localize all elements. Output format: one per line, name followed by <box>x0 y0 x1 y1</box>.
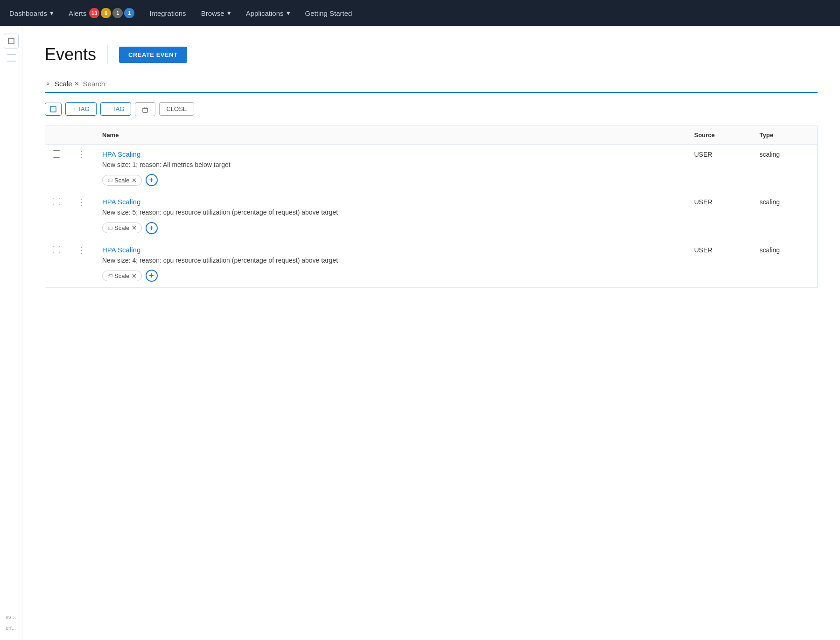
event-source: USER <box>694 245 713 254</box>
event-source: USER <box>694 197 713 206</box>
event-description: New size: 5; reason: cpu resource utiliz… <box>102 208 679 217</box>
main-content: Events CREATE EVENT ⚬ Scale ✕ + TAG − TA… <box>22 26 840 640</box>
row-checkbox-cell <box>45 192 68 240</box>
chevron-down-icon: ▾ <box>50 9 54 17</box>
table-row: ⋮ HPA Scaling New size: 4; reason: cpu r… <box>45 240 818 288</box>
badge-critical: 13 <box>89 8 99 18</box>
chevron-down-icon: ▾ <box>287 9 290 17</box>
svg-rect-2 <box>143 108 147 112</box>
col-header-name: Name <box>95 125 687 144</box>
create-event-button[interactable]: CREATE EVENT <box>119 47 187 63</box>
tag-icon: 🏷 <box>107 225 112 231</box>
layout: ust... erf... Events CREATE EVENT ⚬ Scal… <box>0 26 840 640</box>
event-type: scaling <box>760 245 780 254</box>
nav-alerts[interactable]: Alerts 13 9 1 1 <box>69 8 134 18</box>
row-name-cell: HPA Scaling New size: 4; reason: cpu res… <box>95 240 687 288</box>
sidebar-icon-box[interactable] <box>4 34 19 49</box>
sidebar-bottom-item-2[interactable]: erf... <box>4 623 18 633</box>
add-tag-icon[interactable]: + <box>146 222 158 234</box>
delete-button[interactable] <box>135 102 155 116</box>
event-description: New size: 4; reason: cpu resource utiliz… <box>102 256 679 265</box>
badge-unknown: 1 <box>112 8 123 18</box>
tag-remove-icon[interactable]: ✕ <box>132 272 137 279</box>
event-name-link[interactable]: HPA Scaling <box>102 150 140 158</box>
event-tags: 🏷 Scale ✕ + <box>102 174 679 186</box>
row-menu-cell: ⋮ <box>68 240 95 288</box>
tag-pill: 🏷 Scale ✕ <box>102 175 142 186</box>
row-type-cell: scaling <box>752 144 818 192</box>
page-header: Events CREATE EVENT <box>45 45 818 64</box>
badge-info: 1 <box>124 8 134 18</box>
tag-pill: 🏷 Scale ✕ <box>102 271 142 281</box>
tag-remove-icon[interactable]: ✕ <box>132 177 137 184</box>
row-source-cell: USER <box>687 144 752 192</box>
event-description: New size: 1; reason: All metrics below t… <box>102 160 679 170</box>
tag-icon: 🏷 <box>107 273 112 278</box>
event-tags: 🏷 Scale ✕ + <box>102 222 679 234</box>
badge-warning: 9 <box>101 8 111 18</box>
event-name-link[interactable]: HPA Scaling <box>102 198 140 206</box>
event-type: scaling <box>760 197 780 206</box>
svg-rect-1 <box>50 106 56 112</box>
row-name-cell: HPA Scaling New size: 5; reason: cpu res… <box>95 192 687 240</box>
nav-browse[interactable]: Browse ▾ <box>201 9 231 17</box>
row-name-cell: HPA Scaling New size: 1; reason: All met… <box>95 144 687 192</box>
add-tag-button[interactable]: + TAG <box>65 102 97 116</box>
tag-remove-icon[interactable]: ✕ <box>132 224 137 231</box>
col-header-type: Type <box>752 125 818 144</box>
navbar: Dashboards ▾ Alerts 13 9 1 1 Integration… <box>0 0 840 26</box>
event-tags: 🏷 Scale ✕ + <box>102 270 679 282</box>
row-menu-cell: ⋮ <box>68 192 95 240</box>
nav-applications[interactable]: Applications ▾ <box>246 9 290 17</box>
sidebar-bottom: ust... erf... <box>0 612 22 633</box>
row-source-cell: USER <box>687 240 752 288</box>
row-menu-icon[interactable]: ⋮ <box>75 244 87 256</box>
search-filter-tag: Scale ✕ <box>55 80 79 88</box>
svg-rect-0 <box>8 38 14 44</box>
toolbar: + TAG − TAG CLOSE <box>45 102 818 116</box>
close-button[interactable]: CLOSE <box>159 102 194 116</box>
sidebar-bottom-item-1[interactable]: ust... <box>4 612 18 621</box>
event-name-link[interactable]: HPA Scaling <box>102 246 140 254</box>
header-divider <box>107 45 108 64</box>
alert-badges: 13 9 1 1 <box>89 8 134 18</box>
tag-icon: 🏷 <box>107 177 112 183</box>
tag-pill: 🏷 Scale ✕ <box>102 223 142 233</box>
table-row: ⋮ HPA Scaling New size: 1; reason: All m… <box>45 144 818 192</box>
nav-integrations[interactable]: Integrations <box>149 9 186 17</box>
search-bar: ⚬ Scale ✕ <box>45 79 818 93</box>
table-row: ⋮ HPA Scaling New size: 5; reason: cpu r… <box>45 192 818 240</box>
col-header-check <box>45 125 68 144</box>
col-header-menu <box>68 125 95 144</box>
event-source: USER <box>694 150 713 158</box>
search-icon: ⚬ <box>45 79 51 88</box>
row-checkbox-cell <box>45 144 68 192</box>
tag-label: Scale <box>114 177 130 184</box>
add-tag-icon[interactable]: + <box>146 270 158 282</box>
page-title: Events <box>45 45 96 64</box>
search-input[interactable] <box>83 80 818 88</box>
remove-tag-button[interactable]: − TAG <box>100 102 132 116</box>
row-menu-icon[interactable]: ⋮ <box>75 149 87 160</box>
row-source-cell: USER <box>687 192 752 240</box>
select-all-button[interactable] <box>45 103 62 116</box>
row-checkbox[interactable] <box>53 150 60 158</box>
row-checkbox[interactable] <box>53 246 60 253</box>
chevron-down-icon: ▾ <box>227 9 231 17</box>
filter-remove-icon[interactable]: ✕ <box>74 80 79 87</box>
sidebar: ust... erf... <box>0 26 22 640</box>
sidebar-divider-1 <box>7 54 16 55</box>
row-menu-cell: ⋮ <box>68 144 95 192</box>
tag-label: Scale <box>114 272 130 279</box>
row-menu-icon[interactable]: ⋮ <box>75 196 87 208</box>
col-header-source: Source <box>687 125 752 144</box>
row-checkbox[interactable] <box>53 198 60 205</box>
tag-label: Scale <box>114 224 130 231</box>
row-checkbox-cell <box>45 240 68 288</box>
add-tag-icon[interactable]: + <box>146 174 158 186</box>
row-type-cell: scaling <box>752 240 818 288</box>
row-type-cell: scaling <box>752 192 818 240</box>
nav-dashboards[interactable]: Dashboards ▾ <box>9 9 54 17</box>
events-table: Name Source Type ⋮ HPA Scaling <box>45 125 818 288</box>
nav-getting-started[interactable]: Getting Started <box>305 9 352 17</box>
